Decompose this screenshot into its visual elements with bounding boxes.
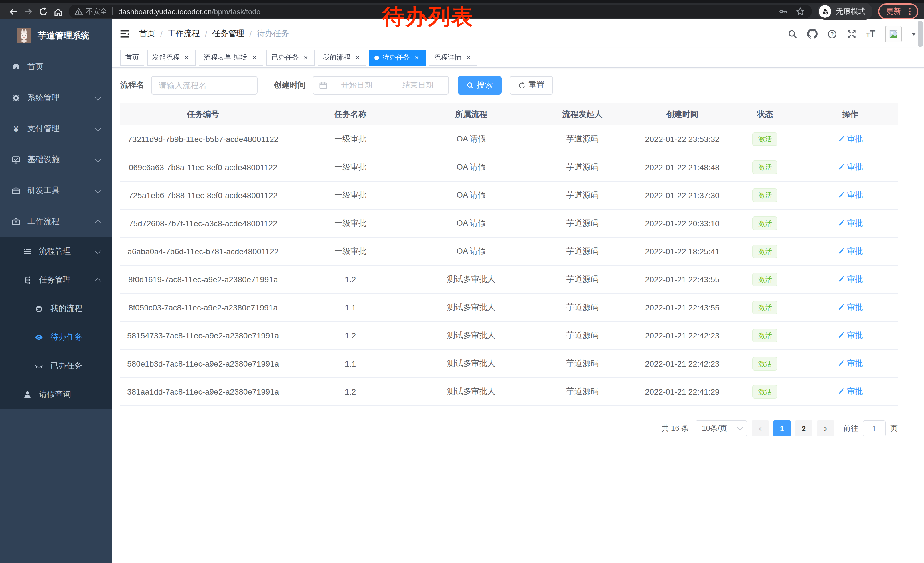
goto-page-input[interactable] <box>863 420 886 437</box>
avatar-dropdown-caret-icon[interactable] <box>911 32 916 35</box>
flow-icon <box>23 275 32 285</box>
date-range-picker[interactable]: 开始日期 - 结束日期 <box>313 76 449 95</box>
github-icon[interactable] <box>807 29 818 39</box>
page-container: 流程名 创建时间 开始日期 - 结束日期 搜索 重置 <box>112 68 924 437</box>
password-key-icon[interactable] <box>778 7 788 16</box>
cell-task-id: 580e1b3d-7ac8-11ec-a9e2-a2380e71991a <box>120 359 286 368</box>
status-badge: 激活 <box>753 132 778 146</box>
browser-forward-icon[interactable] <box>21 4 36 19</box>
tab-close-icon[interactable]: × <box>302 54 310 62</box>
sidebar-item-task-management[interactable]: 任务管理 <box>0 266 112 294</box>
cell-task-id: 73211d9d-7b9b-11ec-b5b7-acde48001122 <box>120 135 286 144</box>
approve-link[interactable]: 审批 <box>837 162 863 173</box>
table-body: 73211d9d-7b9b-11ec-b5b7-acde48001122一级审批… <box>120 125 898 406</box>
approve-link[interactable]: 审批 <box>837 134 863 144</box>
tab-首页[interactable]: 首页 <box>120 50 144 66</box>
breadcrumb-task-management[interactable]: 任务管理 <box>212 29 244 39</box>
cell-task-name: 1.2 <box>286 331 415 340</box>
tab-流程表单-编辑[interactable]: 流程表单-编辑× <box>199 50 263 66</box>
search-button[interactable]: 搜索 <box>458 76 501 95</box>
page-size-select[interactable]: 10条/页 <box>696 420 747 437</box>
fullscreen-icon[interactable] <box>847 29 856 39</box>
avatar[interactable] <box>885 26 902 42</box>
column-header-starter: 流程发起人 <box>528 109 637 119</box>
breadcrumb-workflow[interactable]: 工作流程 <box>168 29 200 39</box>
workflow-submenu: 流程管理 任务管理 我的流程 待办任务 已办任务 <box>0 237 112 409</box>
tab-流程详情[interactable]: 流程详情× <box>429 50 477 66</box>
process-name-label: 流程名 <box>120 80 144 90</box>
app-logo-bunny-image <box>16 28 32 43</box>
url-host: dashboard.yudao.iocoder.cn <box>118 7 212 16</box>
sidebar-item-todo-tasks[interactable]: 待办任务 <box>0 323 112 352</box>
goto-unit-label: 页 <box>890 423 898 434</box>
tab-close-icon[interactable]: × <box>353 54 361 62</box>
tab-close-icon[interactable]: × <box>413 54 421 62</box>
approve-link-label: 审批 <box>847 162 863 173</box>
approve-link[interactable]: 审批 <box>837 246 863 257</box>
table-row: a6aba0a4-7b6d-11ec-b781-acde48001122一级审批… <box>120 238 898 266</box>
sidebar-item-done-tasks[interactable]: 已办任务 <box>0 352 112 380</box>
sidebar-item-payment-management[interactable]: ¥ 支付管理 <box>0 113 112 144</box>
approve-link[interactable]: 审批 <box>837 274 863 285</box>
bookmark-star-icon[interactable] <box>796 7 805 16</box>
approve-link[interactable]: 审批 <box>837 387 863 397</box>
browser-reload-icon[interactable] <box>36 4 50 19</box>
sidebar-item-leave-query[interactable]: 请假查询 <box>0 380 112 409</box>
edit-pen-icon <box>837 248 845 255</box>
tab-待办任务[interactable]: 待办任务× <box>369 50 426 66</box>
sidebar-item-infrastructure[interactable]: 基础设施 <box>0 144 112 175</box>
cell-process: 测试多审批人 <box>415 302 528 313</box>
sidebar-collapse-icon[interactable] <box>120 29 130 39</box>
cell-action: 审批 <box>803 274 898 285</box>
process-name-input[interactable] <box>151 76 258 95</box>
cell-task-id: 75d72608-7b7f-11ec-a3c8-acde48001122 <box>120 219 286 228</box>
breadcrumb-home[interactable]: 首页 <box>139 29 155 39</box>
font-size-icon[interactable]: TT <box>866 29 875 38</box>
status-badge: 激活 <box>753 161 778 174</box>
sidebar-item-dev-tools[interactable]: 研发工具 <box>0 175 112 206</box>
status-badge: 激活 <box>753 385 778 399</box>
cell-status: 激活 <box>728 301 802 314</box>
sidebar-item-workflow[interactable]: 工作流程 <box>0 206 112 237</box>
chevron-up-icon <box>95 278 101 284</box>
cell-process: 测试多审批人 <box>415 359 528 369</box>
browser-home-icon[interactable] <box>50 4 65 19</box>
cell-action: 审批 <box>803 162 898 173</box>
tab-close-icon[interactable]: × <box>464 54 472 62</box>
prev-page-button[interactable]: ‹ <box>752 420 769 437</box>
cell-create-time: 2022-01-21 22:41:29 <box>637 387 728 396</box>
tab-close-icon[interactable]: × <box>250 54 258 62</box>
sidebar-item-my-process[interactable]: 我的流程 <box>0 294 112 323</box>
sidebar-item-system-management[interactable]: 系统管理 <box>0 83 112 113</box>
help-icon[interactable]: ? <box>827 29 837 39</box>
approve-link[interactable]: 审批 <box>837 190 863 200</box>
tab-close-icon[interactable]: × <box>183 54 190 62</box>
tab-已办任务[interactable]: 已办任务× <box>266 50 315 66</box>
next-page-button[interactable]: › <box>817 420 834 437</box>
status-badge: 激活 <box>753 216 778 230</box>
browser-menu-dots-icon[interactable] <box>906 7 914 16</box>
page-scrollbar-thumb[interactable] <box>918 21 923 47</box>
cell-starter: 芋道源码 <box>528 246 637 257</box>
browser-update-button[interactable]: 更新 <box>878 3 918 20</box>
tab-我的流程[interactable]: 我的流程× <box>318 50 366 66</box>
sidebar-item-home[interactable]: 首页 <box>0 51 112 83</box>
approve-link[interactable]: 审批 <box>837 330 863 341</box>
sidebar-item-process-management[interactable]: 流程管理 <box>0 237 112 266</box>
approve-link[interactable]: 审批 <box>837 302 863 313</box>
approve-link[interactable]: 审批 <box>837 359 863 369</box>
column-header-action: 操作 <box>803 109 898 119</box>
table-row: 75d72608-7b7f-11ec-a3c8-acde48001122一级审批… <box>120 210 898 238</box>
cell-task-id: 8f059c03-7ac8-11ec-a9e2-a2380e71991a <box>120 303 286 312</box>
approve-link[interactable]: 审批 <box>837 218 863 228</box>
app-logo-row: 芋道管理系统 <box>0 20 112 51</box>
edit-pen-icon <box>837 276 845 283</box>
reset-button[interactable]: 重置 <box>510 76 553 95</box>
tab-发起流程[interactable]: 发起流程× <box>147 50 196 66</box>
browser-back-icon[interactable] <box>6 4 21 19</box>
page-button-1[interactable]: 1 <box>773 420 790 437</box>
search-button-label: 搜索 <box>477 80 493 90</box>
page-button-2[interactable]: 2 <box>795 420 812 437</box>
list-icon <box>23 247 32 256</box>
search-icon[interactable] <box>788 29 798 39</box>
